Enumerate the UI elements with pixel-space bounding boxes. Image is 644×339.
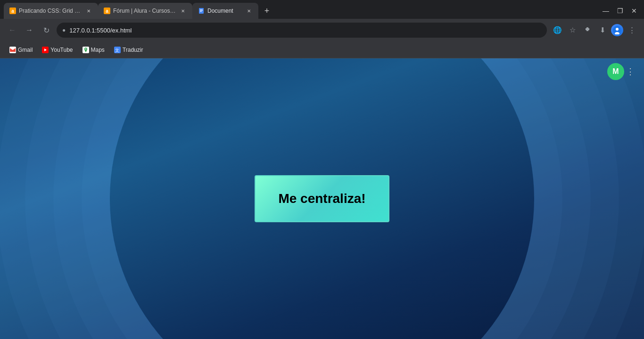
back-button[interactable]: ← bbox=[6, 24, 19, 37]
tab-1-favicon: a bbox=[9, 8, 16, 14]
bookmark-youtube-label: YouTube bbox=[50, 47, 73, 53]
tab-bar-left: a Praticando CSS: Grid e Flexbo... ✕ a F… bbox=[0, 3, 600, 19]
tab-1-close[interactable]: ✕ bbox=[85, 7, 92, 15]
svg-point-5 bbox=[616, 28, 619, 31]
url-bar[interactable]: ● 127.0.0.1:5500/ex.html bbox=[57, 23, 547, 38]
translate-icon[interactable]: 🌐 bbox=[551, 24, 564, 37]
maps-icon bbox=[83, 47, 89, 53]
profile-avatar[interactable] bbox=[611, 24, 623, 36]
center-box: Me centraliza! bbox=[255, 175, 389, 222]
extension-area: M ⋮ bbox=[607, 63, 635, 80]
tab-bar: a Praticando CSS: Grid e Flexbo... ✕ a F… bbox=[0, 0, 644, 19]
svg-rect-1 bbox=[200, 9, 203, 10]
extensions-icon[interactable] bbox=[581, 24, 594, 37]
maximize-button[interactable]: ❐ bbox=[614, 5, 626, 17]
tab-1-title: Praticando CSS: Grid e Flexbo... bbox=[19, 8, 82, 14]
tab-bar-right: — ❐ ✕ bbox=[600, 5, 644, 17]
center-box-text: Me centraliza! bbox=[278, 191, 365, 206]
close-button[interactable]: ✕ bbox=[628, 5, 640, 17]
svg-text:文: 文 bbox=[115, 48, 119, 53]
download-icon[interactable]: ⬇ bbox=[596, 24, 609, 37]
tab-3-title: Document bbox=[207, 8, 242, 14]
bookmark-gmail[interactable]: Gmail bbox=[6, 45, 36, 55]
tab-3-close[interactable]: ✕ bbox=[245, 7, 253, 15]
extension-menu-icon[interactable]: ⋮ bbox=[626, 66, 635, 77]
bookmark-maps[interactable]: Maps bbox=[79, 45, 108, 55]
minimize-button[interactable]: — bbox=[600, 5, 612, 17]
forward-button[interactable]: → bbox=[23, 24, 36, 37]
tab-2[interactable]: a Fórum | Alura - Cursos online... ✕ bbox=[98, 3, 192, 19]
browser-chrome: a Praticando CSS: Grid e Flexbo... ✕ a F… bbox=[0, 0, 644, 58]
reload-button[interactable]: ↻ bbox=[40, 24, 53, 37]
bookmark-gmail-label: Gmail bbox=[18, 47, 33, 53]
extension-avatar-letter: M bbox=[612, 67, 619, 76]
url-text: 127.0.0.1:5500/ex.html bbox=[69, 27, 541, 34]
bookmark-star-icon[interactable]: ☆ bbox=[566, 24, 579, 37]
youtube-icon bbox=[42, 47, 49, 53]
bookmark-traduzir[interactable]: 文 Traduzir bbox=[110, 45, 147, 55]
bookmark-maps-label: Maps bbox=[91, 47, 105, 53]
svg-point-11 bbox=[85, 48, 86, 49]
page-content: M ⋮ Me centraliza! bbox=[0, 58, 644, 339]
lock-icon: ● bbox=[62, 27, 66, 33]
tab-2-title: Fórum | Alura - Cursos online... bbox=[113, 8, 176, 14]
translate-icon: 文 bbox=[114, 47, 121, 53]
bookmark-youtube[interactable]: YouTube bbox=[38, 45, 76, 55]
tab-3[interactable]: Document ✕ bbox=[192, 3, 258, 19]
bookmark-traduzir-label: Traduzir bbox=[123, 47, 143, 53]
toolbar-right: 🌐 ☆ ⬇ ⋮ bbox=[551, 24, 638, 37]
new-tab-button[interactable]: + bbox=[260, 4, 273, 17]
svg-rect-3 bbox=[200, 11, 202, 12]
chrome-menu-icon[interactable]: ⋮ bbox=[625, 24, 638, 37]
tab-1[interactable]: a Praticando CSS: Grid e Flexbo... ✕ bbox=[4, 3, 98, 19]
bookmarks-bar: Gmail YouTube Maps 文 Traduzir bbox=[0, 41, 644, 58]
tab-2-close[interactable]: ✕ bbox=[179, 7, 187, 15]
tab-3-favicon bbox=[198, 8, 205, 14]
tab-2-favicon: a bbox=[104, 8, 110, 14]
extension-avatar[interactable]: M bbox=[607, 63, 624, 80]
svg-rect-2 bbox=[200, 10, 203, 11]
gmail-icon bbox=[9, 47, 16, 53]
address-bar: ← → ↻ ● 127.0.0.1:5500/ex.html 🌐 ☆ ⬇ bbox=[0, 19, 644, 41]
